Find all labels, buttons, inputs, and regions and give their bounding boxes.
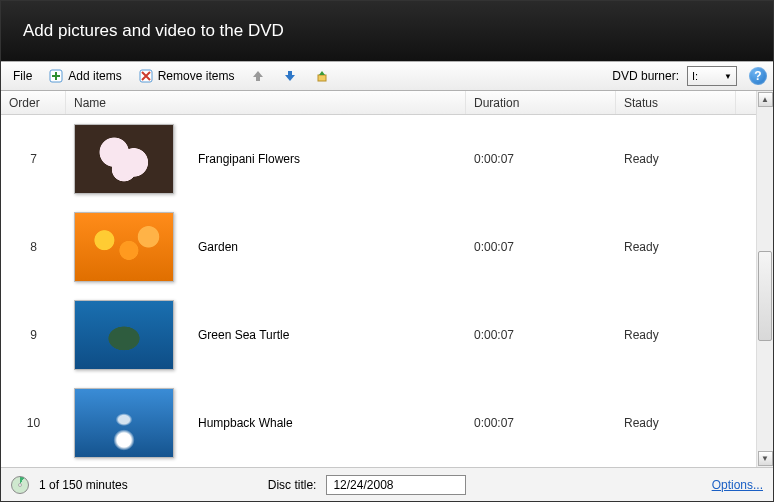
dvd-burner-select[interactable]: I: ▼ bbox=[687, 66, 737, 86]
back-icon bbox=[314, 68, 330, 84]
table-row[interactable]: 10Humpback Whale0:00:07Ready bbox=[1, 379, 756, 467]
name-cell: Humpback Whale bbox=[66, 388, 466, 458]
col-status[interactable]: Status bbox=[616, 91, 736, 114]
options-link[interactable]: Options... bbox=[712, 478, 763, 492]
file-menu-label: File bbox=[13, 69, 32, 83]
help-icon: ? bbox=[754, 69, 761, 83]
table-row[interactable]: 8Garden0:00:07Ready bbox=[1, 203, 756, 291]
scroll-thumb[interactable] bbox=[758, 251, 772, 341]
help-button[interactable]: ? bbox=[749, 67, 767, 85]
duration-cell: 0:00:07 bbox=[466, 416, 616, 430]
duration-cell: 0:00:07 bbox=[466, 152, 616, 166]
chevron-down-icon: ▼ bbox=[724, 72, 732, 81]
order-cell: 8 bbox=[1, 240, 66, 254]
add-items-icon bbox=[48, 68, 64, 84]
svg-rect-2 bbox=[318, 75, 326, 81]
remove-items-icon bbox=[138, 68, 154, 84]
table-row[interactable]: 9Green Sea Turtle0:00:07Ready bbox=[1, 291, 756, 379]
scroll-up-arrow[interactable]: ▲ bbox=[758, 92, 773, 107]
name-cell: Green Sea Turtle bbox=[66, 300, 466, 370]
duration-cell: 0:00:07 bbox=[466, 240, 616, 254]
status-cell: Ready bbox=[616, 416, 736, 430]
status-cell: Ready bbox=[616, 152, 736, 166]
item-name: Frangipani Flowers bbox=[198, 152, 300, 166]
thumbnail bbox=[74, 212, 174, 282]
thumbnail bbox=[74, 300, 174, 370]
move-up-button[interactable] bbox=[244, 66, 272, 86]
dvd-burner-value: I: bbox=[692, 70, 698, 82]
item-name: Green Sea Turtle bbox=[198, 328, 289, 342]
disc-title-input[interactable] bbox=[326, 475, 466, 495]
add-items-label: Add items bbox=[68, 69, 121, 83]
back-button[interactable] bbox=[308, 66, 336, 86]
item-list: Order Name Duration Status 7Frangipani F… bbox=[1, 91, 773, 467]
disc-usage-icon bbox=[11, 476, 29, 494]
minutes-used: 1 of 150 minutes bbox=[39, 478, 128, 492]
name-cell: Frangipani Flowers bbox=[66, 124, 466, 194]
remove-items-label: Remove items bbox=[158, 69, 235, 83]
item-name: Humpback Whale bbox=[198, 416, 293, 430]
add-items-button[interactable]: Add items bbox=[42, 66, 127, 86]
thumbnail bbox=[74, 388, 174, 458]
status-cell: Ready bbox=[616, 240, 736, 254]
column-headers: Order Name Duration Status bbox=[1, 91, 756, 115]
status-bar: 1 of 150 minutes Disc title: Options... bbox=[1, 467, 773, 501]
order-cell: 9 bbox=[1, 328, 66, 342]
arrow-up-icon bbox=[250, 68, 266, 84]
thumbnail bbox=[74, 124, 174, 194]
col-name[interactable]: Name bbox=[66, 91, 466, 114]
vertical-scrollbar[interactable]: ▲ ▼ bbox=[756, 91, 773, 467]
window-title: Add pictures and video to the DVD bbox=[23, 21, 284, 41]
col-order[interactable]: Order bbox=[1, 91, 66, 114]
move-down-button[interactable] bbox=[276, 66, 304, 86]
dvd-burner-label: DVD burner: bbox=[612, 69, 679, 83]
order-cell: 10 bbox=[1, 416, 66, 430]
arrow-down-icon bbox=[282, 68, 298, 84]
status-cell: Ready bbox=[616, 328, 736, 342]
file-menu[interactable]: File bbox=[7, 67, 38, 85]
toolbar: File Add items Remove items DVD burner: … bbox=[1, 61, 773, 91]
duration-cell: 0:00:07 bbox=[466, 328, 616, 342]
item-name: Garden bbox=[198, 240, 238, 254]
scroll-down-arrow[interactable]: ▼ bbox=[758, 451, 773, 466]
name-cell: Garden bbox=[66, 212, 466, 282]
table-row[interactable]: 7Frangipani Flowers0:00:07Ready bbox=[1, 115, 756, 203]
window-titlebar: Add pictures and video to the DVD bbox=[1, 1, 773, 61]
col-duration[interactable]: Duration bbox=[466, 91, 616, 114]
remove-items-button[interactable]: Remove items bbox=[132, 66, 241, 86]
order-cell: 7 bbox=[1, 152, 66, 166]
disc-title-label: Disc title: bbox=[268, 478, 317, 492]
